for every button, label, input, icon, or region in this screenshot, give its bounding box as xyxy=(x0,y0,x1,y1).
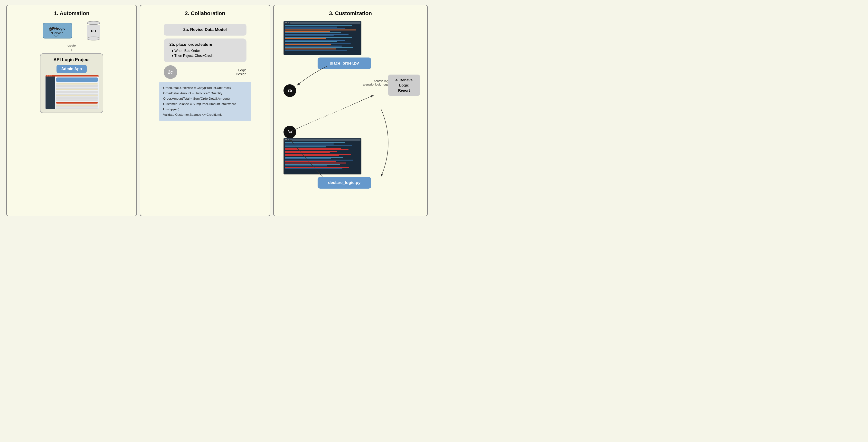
circle-3b: 3b xyxy=(283,84,296,97)
panel2-title: 2. Collaboration xyxy=(185,10,225,17)
svg-line-4 xyxy=(289,95,374,132)
panel-customization: 3. Customization xyxy=(273,5,428,216)
admin-app-screenshot xyxy=(45,75,99,109)
panel-automation: 1. Automation API LogicServer DB create … xyxy=(6,5,137,216)
panel1-title: 1. Automation xyxy=(54,10,89,17)
feature-title: 2b. place_order.feature xyxy=(169,42,241,47)
arrow-down-icon: ↓ xyxy=(70,47,72,52)
logic-design-label: Logic xyxy=(238,68,246,72)
feature-item-2: ● Then Reject: CheckCredit xyxy=(172,54,241,58)
db-bottom xyxy=(87,36,100,40)
logic-line-5: Validate Customer.Balance <= CreditLimit xyxy=(163,112,247,117)
panel3-layout: place_order.py 3b behave.log scenario_lo… xyxy=(279,21,422,221)
feature-item-1: ● When Bad Order xyxy=(172,49,241,53)
place-order-screenshot xyxy=(283,21,362,55)
panel3-title: 3. Customization xyxy=(279,10,422,17)
panel-collaboration: 2. Collaboration 2a. Revise Data Model 2… xyxy=(140,5,270,216)
logic-line-2: OrderDetail.Amount = UnitPrice * Quantit… xyxy=(163,91,247,96)
api-logic-server-box: API LogicServer xyxy=(43,23,72,38)
top-row: API LogicServer DB xyxy=(43,21,100,40)
logic-line-3: Order.AmountTotal = Sum(OrderDetail.Amou… xyxy=(163,96,247,101)
arrow-create: create ↓ xyxy=(67,44,75,52)
behave-report-box: 4. BehaveLogicReport xyxy=(388,75,420,96)
admin-app-label: Admin App xyxy=(57,65,87,73)
declare-logic-box: declare_logic.py xyxy=(318,177,371,188)
circle-3a: 3a xyxy=(283,126,296,139)
project-title: API Logic Project xyxy=(45,57,98,62)
logic-design-label2: Design xyxy=(236,72,246,76)
db-cylinder: DB xyxy=(87,21,100,40)
db-top xyxy=(87,21,100,25)
place-order-box: place_order.py xyxy=(318,58,371,69)
feature-box: 2b. place_order.feature ● When Bad Order… xyxy=(164,38,246,62)
behave-log-label: behave.log scenario_logic_logs xyxy=(363,80,388,86)
logic-line-1: OrderDetail.UnitPrice = Copy(Product.Uni… xyxy=(163,85,247,91)
main-container: 1. Automation API LogicServer DB create … xyxy=(0,0,434,221)
logic-line-4: Customer.Balance = Sum(Order.AmountTotal… xyxy=(163,101,247,112)
api-logic-project-box: API Logic Project Admin App xyxy=(40,53,103,113)
circle-2c: 2c xyxy=(164,65,177,79)
declare-logic-screenshot xyxy=(283,138,362,174)
db-body: DB xyxy=(87,25,100,37)
logic-box: OrderDetail.UnitPrice = Copy(Product.Uni… xyxy=(159,82,251,121)
revise-data-model-box: 2a. Revise Data Model xyxy=(164,24,246,36)
